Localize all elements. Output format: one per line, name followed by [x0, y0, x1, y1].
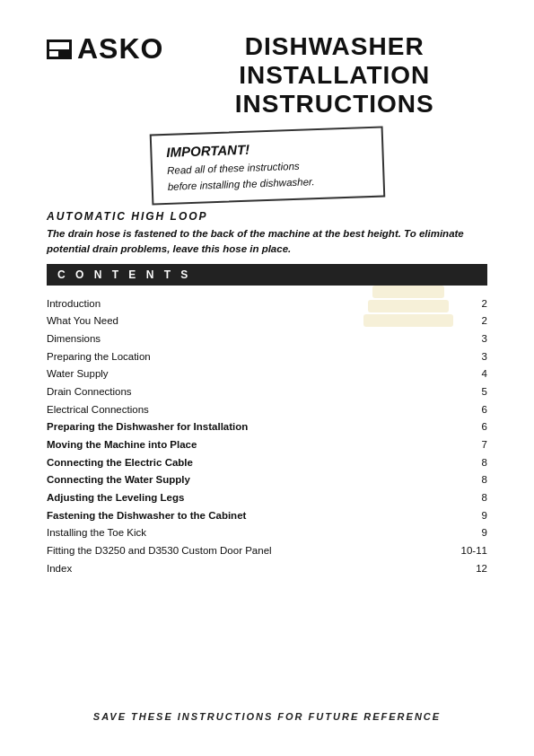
toc-item-title: Dimensions	[47, 330, 441, 348]
toc-item-title: Preparing the Location	[47, 347, 441, 365]
contents-section: C O N T E N T S Introduction2What You Ne…	[47, 264, 487, 577]
toc-row: Index12	[47, 559, 487, 577]
toc-item-title: What You Need	[47, 312, 441, 330]
toc-item-title: Index	[47, 559, 441, 577]
toc-item-page: 5	[441, 383, 487, 401]
toc-item-page: 8	[441, 471, 487, 489]
toc-item-title: Connecting the Water Supply	[47, 471, 441, 489]
title-line3: INSTRUCTIONS	[181, 90, 487, 119]
header: ASKO DISHWASHER INSTALLATION INSTRUCTION…	[47, 32, 487, 119]
footer-text: SAVE THESE INSTRUCTIONS FOR FUTURE REFER…	[93, 711, 441, 722]
toc-item-page: 7	[441, 436, 487, 454]
toc-row: Installing the Toe Kick9	[47, 524, 487, 542]
toc-item-title: Fastening the Dishwasher to the Cabinet	[47, 506, 441, 524]
toc-item-page: 2	[441, 294, 487, 312]
toc-row: Preparing the Dishwasher for Installatio…	[47, 418, 487, 436]
main-title: DISHWASHER INSTALLATION INSTRUCTIONS	[181, 32, 487, 119]
toc-item-page: 6	[441, 418, 487, 436]
toc-row: Fastening the Dishwasher to the Cabinet9	[47, 506, 487, 524]
toc-item-page: 9	[441, 506, 487, 524]
toc-row: Drain Connections5	[47, 383, 487, 401]
auto-loop-body: The drain hose is fastened to the back o…	[47, 226, 487, 258]
important-label: IMPORTANT!	[166, 137, 367, 160]
toc-item-title: Water Supply	[47, 365, 441, 383]
auto-loop-title: AUTOMATIC HIGH LOOP	[47, 210, 487, 223]
toc-row: Electrical Connections6	[47, 400, 487, 418]
toc-item-page: 10-11	[441, 542, 487, 560]
toc-item-title: Introduction	[47, 294, 441, 312]
toc-item-page: 3	[441, 330, 487, 348]
toc-row: Moving the Machine into Place7	[47, 436, 487, 454]
toc-table: Introduction2What You Need2Dimensions3Pr…	[47, 294, 487, 577]
asko-logo-icon	[47, 40, 72, 59]
toc-item-page: 12	[441, 559, 487, 577]
important-line2: before installing the dishwasher.	[167, 176, 314, 192]
toc-item-title: Electrical Connections	[47, 400, 441, 418]
toc-row: What You Need2	[47, 312, 487, 330]
contents-header: C O N T E N T S	[47, 264, 487, 286]
toc-item-title: Moving the Machine into Place	[47, 436, 441, 454]
toc-item-title: Fitting the D3250 and D3530 Custom Door …	[47, 542, 441, 560]
toc-item-title: Preparing the Dishwasher for Installatio…	[47, 418, 441, 436]
svg-rect-2	[49, 51, 58, 57]
toc-row: Adjusting the Leveling Legs8	[47, 489, 487, 507]
toc-row: Introduction2	[47, 294, 487, 312]
toc-item-title: Adjusting the Leveling Legs	[47, 489, 441, 507]
important-box: IMPORTANT! Read all of these instruction…	[149, 126, 385, 205]
toc-item-page: 8	[441, 489, 487, 507]
toc-row: Fitting the D3250 and D3530 Custom Door …	[47, 542, 487, 560]
toc-item-page: 2	[441, 312, 487, 330]
toc-row: Connecting the Electric Cable8	[47, 453, 487, 471]
toc-item-title: Drain Connections	[47, 383, 441, 401]
footer: SAVE THESE INSTRUCTIONS FOR FUTURE REFER…	[47, 708, 487, 724]
toc-row: Water Supply4	[47, 365, 487, 383]
toc-row: Connecting the Water Supply8	[47, 471, 487, 489]
logo-area: ASKO	[47, 32, 163, 66]
toc-row: Preparing the Location3	[47, 347, 487, 365]
title-line1: DISHWASHER	[181, 32, 487, 61]
toc-item-title: Installing the Toe Kick	[47, 524, 441, 542]
logo-text: ASKO	[77, 32, 163, 66]
toc-item-page: 3	[441, 347, 487, 365]
important-line1: Read all of these instructions	[166, 160, 299, 175]
auto-loop-section: AUTOMATIC HIGH LOOP The drain hose is fa…	[47, 210, 487, 258]
toc-item-title: Connecting the Electric Cable	[47, 453, 441, 471]
toc-row: Dimensions3	[47, 330, 487, 348]
toc-item-page: 8	[441, 453, 487, 471]
title-area: DISHWASHER INSTALLATION INSTRUCTIONS	[163, 32, 487, 119]
svg-rect-1	[49, 42, 69, 49]
toc-item-page: 4	[441, 365, 487, 383]
title-line2: INSTALLATION	[181, 61, 487, 90]
toc-item-page: 6	[441, 400, 487, 418]
toc-item-page: 9	[441, 524, 487, 542]
